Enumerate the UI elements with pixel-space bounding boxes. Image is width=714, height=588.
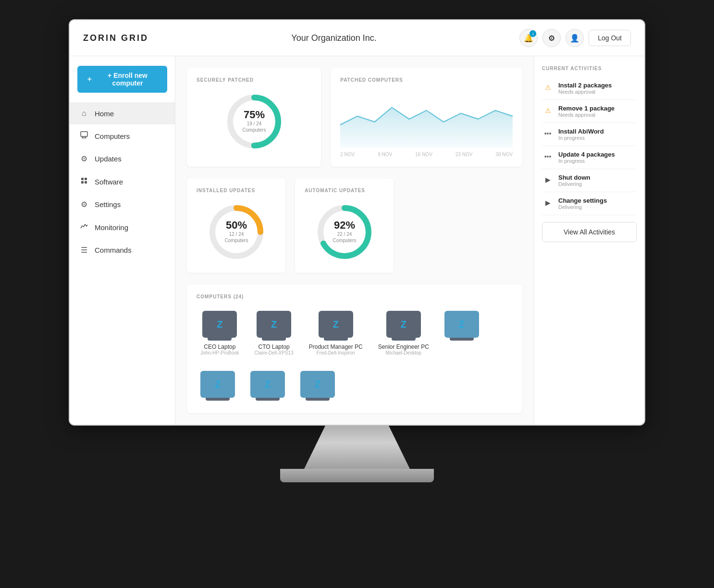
activity-status-shutdown: Delivering — [558, 181, 590, 187]
activity-title-install2: Install 2 packages — [558, 82, 612, 89]
stats-row-2: INSTALLED UPDATES 50% 12 / 24 Computers — [187, 178, 522, 273]
svg-text:50%: 50% — [226, 219, 247, 231]
computer-item-7[interactable]: Z — [246, 367, 289, 404]
main-content: SECURELY PATCHED 75% 19 / 24 Computers — [175, 56, 534, 425]
securely-patched-donut: 75% 19 / 24 Computers — [197, 90, 311, 153]
stats-row-1: SECURELY PATCHED 75% 19 / 24 Computers — [187, 68, 522, 167]
computer-item-pm[interactable]: Z Product Manager PC Fred-Dell-Inspiron — [305, 307, 367, 359]
computer-item-cto[interactable]: Z CTO Laptop Claire-Dell-XPS13 — [251, 307, 297, 359]
sidebar-item-home[interactable]: ⌂ Home — [70, 102, 175, 124]
chart-dates: 2 NOV 9 NOV 16 NOV 23 NOV 30 NOV — [340, 152, 513, 157]
notifications-button[interactable]: 🔔 1 — [519, 29, 538, 47]
updates-icon: ⚙ — [79, 154, 89, 163]
progress-icon-update4: ••• — [542, 151, 554, 162]
patched-donut-svg: 75% 19 / 24 Computers — [223, 90, 285, 153]
computer-name-ceo: CEO Laptop — [204, 343, 235, 350]
computer-icon-7: Z — [250, 371, 285, 398]
warning-icon-install2: ⚠ — [542, 82, 554, 93]
computer-item-5[interactable]: Z — [441, 307, 483, 359]
computers-grid: Z CEO Laptop John-HP-ProBook Z CTO Lapto… — [197, 307, 513, 404]
sidebar-label-monitoring: Monitoring — [95, 223, 128, 232]
sidebar-label-updates: Updates — [95, 155, 122, 163]
computers-section-title: COMPUTERS (24) — [197, 294, 513, 299]
sidebar-label-settings: Settings — [95, 200, 121, 208]
installed-updates-card: INSTALLED UPDATES 50% 12 / 24 Computers — [187, 178, 285, 273]
sidebar: ＋ + Enroll new computer ⌂ Home Computers… — [70, 56, 175, 425]
computer-sub-ceo: John-HP-ProBook — [200, 350, 239, 355]
sidebar-item-settings[interactable]: ⚙ Settings — [70, 193, 175, 216]
automatic-updates-label: AUTOMATIC UPDATES — [305, 188, 384, 193]
installed-updates-label: INSTALLED UPDATES — [197, 188, 276, 193]
app-logo: ZORIN GRID — [83, 33, 148, 43]
monitor-stand — [304, 426, 410, 469]
computer-icon-se: Z — [386, 311, 421, 338]
automatic-updates-card: AUTOMATIC UPDATES 92% 22 / 24 Computers — [295, 178, 394, 273]
activity-title-update4: Update 4 packages — [558, 151, 615, 158]
home-icon: ⌂ — [79, 109, 89, 118]
enroll-button-label: + Enroll new computer — [97, 72, 159, 87]
sidebar-item-updates[interactable]: ⚙ Updates — [70, 147, 175, 170]
deliver-icon-shutdown: ▶ — [542, 174, 554, 185]
svg-text:Computers: Computers — [332, 238, 356, 243]
activity-title-shutdown: Shut down — [558, 174, 590, 181]
activity-status-update4: In progress — [558, 158, 615, 164]
org-title: Your Organization Inc. — [291, 33, 376, 43]
sidebar-item-software[interactable]: Software — [70, 170, 175, 193]
svg-text:Computers: Computers — [242, 127, 266, 133]
activity-status-install2: Needs approval — [558, 89, 612, 95]
header-actions: 🔔 1 ⚙ 👤 Log Out — [519, 29, 631, 47]
svg-text:19 / 24: 19 / 24 — [246, 121, 261, 126]
activity-change-settings: ▶ Change settings Delivering — [542, 192, 637, 215]
user-button[interactable]: 👤 — [566, 29, 584, 47]
activity-install-2: ⚠ Install 2 packages Needs approval — [542, 77, 637, 100]
activity-title-changesettings: Change settings — [558, 197, 607, 204]
computer-sub-se: Michael-Desktop — [386, 350, 421, 355]
computer-icon-ceo: Z — [202, 311, 237, 338]
computer-sub-cto: Claire-Dell-XPS13 — [255, 350, 294, 355]
sidebar-item-monitoring[interactable]: Monitoring — [70, 216, 175, 239]
software-icon — [79, 177, 89, 186]
svg-text:12 / 24: 12 / 24 — [229, 232, 244, 237]
activity-title-abiword: Install AbiWord — [558, 128, 604, 135]
computer-name-cto: CTO Laptop — [259, 343, 290, 350]
computer-item-6[interactable]: Z — [197, 367, 239, 404]
svg-text:92%: 92% — [334, 219, 355, 231]
svg-rect-5 — [85, 178, 87, 180]
sidebar-item-computers[interactable]: Computers — [70, 124, 175, 147]
settings-button[interactable]: ⚙ — [542, 29, 561, 47]
svg-text:75%: 75% — [244, 109, 265, 121]
installed-updates-donut: 50% 12 / 24 Computers — [197, 201, 276, 263]
svg-rect-7 — [85, 181, 87, 184]
activity-install-abiword: ••• Install AbiWord In progress — [542, 123, 637, 146]
activity-status-changesettings: Delivering — [558, 204, 607, 210]
automatic-donut-svg: 92% 22 / 24 Computers — [313, 201, 376, 263]
enroll-computer-button[interactable]: ＋ + Enroll new computer — [77, 66, 167, 93]
view-all-activities-button[interactable]: View All Activities — [542, 222, 637, 242]
activity-remove-1: ⚠ Remove 1 package Needs approval — [542, 100, 637, 123]
activity-title-remove1: Remove 1 package — [558, 105, 615, 112]
computers-section: COMPUTERS (24) Z CEO Laptop John-HP-ProB… — [187, 284, 522, 413]
computer-item-ceo[interactable]: Z CEO Laptop John-HP-ProBook — [197, 307, 243, 359]
header: ZORIN GRID Your Organization Inc. 🔔 1 ⚙ … — [70, 20, 644, 56]
computer-item-se[interactable]: Z Senior Engineer PC Michael-Desktop — [374, 307, 433, 359]
svg-rect-4 — [81, 178, 84, 180]
sidebar-item-commands[interactable]: ☰ Commands — [70, 239, 175, 261]
monitoring-icon — [79, 222, 89, 232]
logout-button[interactable]: Log Out — [589, 30, 631, 46]
patched-computers-card: PATCHED COMPUTERS — [331, 68, 522, 167]
automatic-updates-donut: 92% 22 / 24 Computers — [305, 201, 384, 263]
installed-donut-svg: 50% 12 / 24 Computers — [205, 201, 268, 263]
computer-name-se: Senior Engineer PC — [378, 343, 429, 350]
computer-icon-6: Z — [200, 371, 235, 398]
svg-text:Computers: Computers — [224, 238, 248, 243]
computer-icon-5: Z — [444, 311, 479, 338]
monitor-icon — [79, 131, 89, 141]
patched-chart-label: PATCHED COMPUTERS — [340, 77, 513, 83]
svg-rect-0 — [81, 132, 87, 136]
sidebar-label-home: Home — [95, 110, 114, 118]
securely-patched-label: SECURELY PATCHED — [197, 77, 311, 83]
right-panel: CURRENT ACTIVITIES ⚠ Install 2 packages … — [534, 56, 644, 425]
computer-item-8[interactable]: Z — [296, 367, 339, 404]
settings-nav-icon: ⚙ — [79, 200, 89, 209]
progress-icon-abiword: ••• — [542, 128, 554, 139]
